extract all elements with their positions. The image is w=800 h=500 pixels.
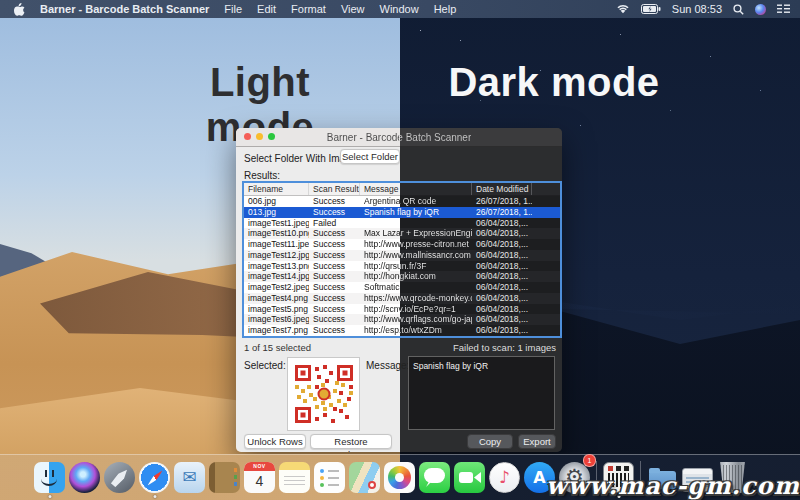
safari-icon	[139, 462, 170, 493]
table-row[interactable]: imageTest7.pngSuccesshttp://esp.to/wtxZD…	[244, 325, 560, 336]
dock-icon-mail[interactable]	[172, 457, 207, 499]
selected-label: Selected:	[244, 360, 286, 371]
table-row[interactable]: imageTest6.jpegSuccesshttp://www.qrflags…	[244, 314, 560, 325]
menu-item-window[interactable]: Window	[380, 3, 419, 15]
cell-filename: imageTest5.png	[244, 304, 309, 315]
cell-message: Softmatic	[360, 282, 472, 293]
siri-icon[interactable]	[755, 4, 766, 15]
menu-item-file[interactable]: File	[224, 3, 242, 15]
dock-icon-siri[interactable]	[67, 457, 102, 499]
export-button[interactable]: Export	[518, 434, 556, 449]
menu-item-barner-barcode-batch-scanner[interactable]: Barner - Barcode Batch Scanner	[40, 3, 209, 15]
dock-icon-contacts[interactable]	[207, 457, 242, 499]
table-row[interactable]: imageTest5.pngSuccesshttp://scnv.io/EcPe…	[244, 304, 560, 315]
cell-scan_result: Success	[309, 228, 360, 239]
dock-icon-itunes[interactable]	[487, 457, 522, 499]
spotlight-search-icon[interactable]	[733, 4, 744, 15]
cell-filler	[532, 207, 560, 218]
table-row-selected[interactable]: 013.jpgSuccessSpanish flag by iQR26/07/2…	[244, 207, 560, 218]
dark-mode-heading: Dark mode	[444, 60, 664, 105]
minimize-button[interactable]	[256, 133, 263, 140]
close-button[interactable]	[244, 133, 251, 140]
wifi-icon[interactable]	[616, 4, 630, 14]
dock-icon-calendar[interactable]: NOV4	[242, 457, 277, 499]
cell-filename: imageTest6.jpeg	[244, 314, 309, 325]
running-indicator-dot	[48, 495, 51, 498]
selected-qr-preview	[287, 357, 360, 431]
apple-logo-icon[interactable]	[14, 3, 25, 16]
cell-filename: 006.jpg	[244, 196, 309, 207]
table-row[interactable]: imageTest10.pngSuccessMax Lazar + Expres…	[244, 228, 560, 239]
dock-icon-safari[interactable]	[137, 457, 172, 499]
table-row[interactable]: imageTest11.jpegSuccesshttp://www.presse…	[244, 239, 560, 250]
menu-bar-clock[interactable]: Sun 08:53	[672, 3, 722, 15]
copy-button[interactable]: Copy	[467, 434, 513, 449]
itunes-icon	[489, 462, 520, 493]
select-folder-button[interactable]: Select Folder	[340, 149, 400, 164]
menu-item-help[interactable]: Help	[434, 3, 457, 15]
dock-icon-reminders[interactable]	[312, 457, 347, 499]
table-row[interactable]: imageTest13.pngSuccesshttp://qrsun.fr/3F…	[244, 261, 560, 272]
selection-count-status: 1 of 15 selected	[244, 342, 311, 353]
dock-icon-launchpad[interactable]	[102, 457, 137, 499]
table-row[interactable]: imageTest4.pngSuccesshttps://www.qrcode-…	[244, 293, 560, 304]
battery-icon[interactable]	[641, 4, 661, 14]
cell-scan_result: Success	[309, 304, 360, 315]
table-row[interactable]: 006.jpgSuccessArgentina QR code26/07/201…	[244, 196, 560, 207]
cell-scan_result: Success	[309, 293, 360, 304]
cell-scan_result: Success	[309, 207, 360, 218]
header-filename[interactable]: Filename	[244, 183, 309, 195]
table-body: 006.jpgSuccessArgentina QR code26/07/201…	[244, 196, 560, 336]
maps-icon	[349, 462, 380, 493]
cell-message: Spanish flag by iQR	[360, 207, 472, 218]
menu-item-edit[interactable]: Edit	[257, 3, 276, 15]
table-row[interactable]: imageTest12.jpgSuccesshttp://www.mallnis…	[244, 250, 560, 261]
unlock-rows-button[interactable]: Unlock Rows	[244, 434, 306, 449]
reminders-icon	[314, 462, 345, 493]
calendar-day: 4	[244, 471, 275, 493]
zoom-button[interactable]	[268, 133, 275, 140]
table-row[interactable]: imageTest14.jpgSuccesshttp://hongkiat.co…	[244, 271, 560, 282]
window-titlebar[interactable]: Barner - Barcode Batch Scanner	[236, 128, 562, 147]
cell-scan_result: Success	[309, 325, 360, 336]
dock-icon-finder[interactable]	[32, 457, 67, 499]
barner-app-window: Barner - Barcode Batch Scanner Select Fo…	[236, 128, 562, 452]
dock-icon-photos[interactable]	[382, 457, 417, 499]
notes-icon	[279, 462, 310, 493]
spanish-flag-qr-image	[293, 363, 355, 425]
cell-message: http://scnv.io/EcPe?qr=1	[360, 304, 472, 315]
header-message[interactable]: Message	[360, 183, 472, 195]
notification-center-icon[interactable]	[777, 4, 790, 14]
cell-filename: imageTest12.jpg	[244, 250, 309, 261]
cell-message: Max Lazar + ExpressionEngine...	[360, 228, 472, 239]
calendar-month: NOV	[244, 462, 275, 471]
table-header-row: Filename Scan Result Message Date Modifi…	[244, 183, 560, 196]
cell-filler	[532, 293, 560, 304]
cell-message: http://esp.to/wtxZDm	[360, 325, 472, 336]
cell-message: http://www.presse-citron.net	[360, 239, 472, 250]
failed-scan-status: Failed to scan: 1 images	[453, 342, 556, 353]
table-row[interactable]: imageTest2.jpegSuccessSoftmatic06/04/201…	[244, 282, 560, 293]
messages-icon	[419, 462, 450, 493]
dock-icon-notes[interactable]	[277, 457, 312, 499]
message-label: Message:	[366, 360, 409, 371]
cell-filler	[532, 314, 560, 325]
menu-bar: Barner - Barcode Batch ScannerFileEditFo…	[0, 0, 800, 18]
restore-purchases-button[interactable]: Restore Purchases	[310, 434, 392, 449]
menu-item-view[interactable]: View	[341, 3, 365, 15]
dock-icon-messages[interactable]	[417, 457, 452, 499]
message-textarea[interactable]: Spanish flag by iQR	[408, 356, 555, 430]
cell-filename: imageTest14.jpg	[244, 271, 309, 282]
header-date-modified[interactable]: Date Modified	[472, 183, 532, 195]
cell-filler	[532, 239, 560, 250]
header-filler	[532, 183, 560, 195]
menu-item-format[interactable]: Format	[291, 3, 326, 15]
table-row[interactable]: imageTest1.jpegFailed06/04/2018,...	[244, 218, 560, 229]
dock-icon-maps[interactable]	[347, 457, 382, 499]
menu-bar-left: Barner - Barcode Batch ScannerFileEditFo…	[0, 3, 616, 16]
header-scan-result[interactable]: Scan Result	[309, 183, 360, 195]
cell-filler	[532, 325, 560, 336]
desktop: Light mode Dark mode Barner - Barcode Ba…	[0, 0, 800, 500]
dock-icon-facetime[interactable]	[452, 457, 487, 499]
menu-bar-status: Sun 08:53	[616, 3, 800, 15]
